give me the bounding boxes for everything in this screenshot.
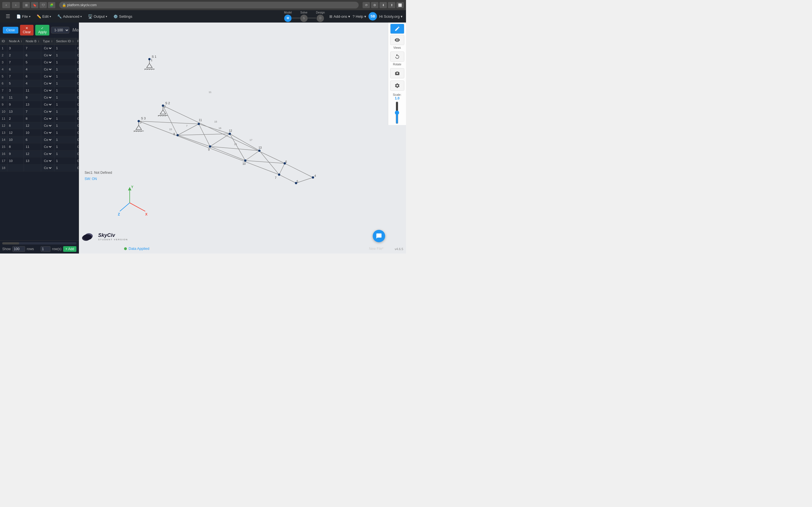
type-select[interactable]: Continuous bbox=[43, 53, 52, 57]
cell-input-1[interactable] bbox=[9, 68, 22, 71]
type-select[interactable]: Continuous bbox=[43, 46, 52, 50]
forward-button[interactable]: › bbox=[12, 2, 20, 8]
page-input[interactable] bbox=[41, 246, 50, 252]
maximize-icon[interactable]: ⬜ bbox=[396, 2, 404, 8]
cell-input-1[interactable] bbox=[9, 152, 22, 156]
cell-input-4[interactable] bbox=[56, 89, 73, 92]
cell-input-2[interactable] bbox=[26, 82, 39, 85]
cell-input-4[interactable] bbox=[56, 68, 73, 71]
cell-input-1[interactable] bbox=[9, 47, 22, 50]
cell-input-4[interactable] bbox=[56, 117, 73, 120]
cell-input-5[interactable] bbox=[77, 54, 79, 57]
chat-button[interactable] bbox=[373, 230, 385, 242]
cell-input-1[interactable] bbox=[9, 145, 22, 149]
cell-input-4[interactable] bbox=[56, 54, 73, 57]
cell-input-2[interactable] bbox=[26, 54, 39, 57]
clear-button[interactable]: ✕ Clear bbox=[20, 25, 34, 36]
url-bar[interactable]: 🔒 platform.skyciv.com bbox=[59, 2, 359, 8]
nav-settings[interactable]: ⚙️ Settings bbox=[110, 13, 135, 20]
cell-input-5[interactable] bbox=[77, 152, 79, 156]
cell-input-2[interactable] bbox=[26, 152, 39, 156]
cell-input-2[interactable] bbox=[26, 47, 39, 50]
type-select[interactable]: Continuous bbox=[43, 131, 52, 135]
cell-input-1[interactable] bbox=[9, 61, 22, 64]
cell-input-5[interactable] bbox=[77, 166, 79, 170]
cell-input-5[interactable] bbox=[77, 82, 79, 85]
cell-input-4[interactable] bbox=[56, 61, 73, 64]
cell-input-4[interactable] bbox=[56, 145, 73, 149]
type-select[interactable]: Continuous bbox=[43, 89, 52, 93]
nav-output[interactable]: 🖥️ Output ▾ bbox=[85, 13, 110, 20]
cell-input-1[interactable] bbox=[9, 89, 22, 92]
rows-count-input[interactable] bbox=[12, 246, 25, 252]
workflow-model[interactable]: Model M bbox=[284, 11, 292, 22]
type-select[interactable]: Continuous bbox=[43, 110, 52, 114]
cell-input-5[interactable] bbox=[77, 124, 79, 127]
cell-input-5[interactable] bbox=[77, 89, 79, 92]
cell-input-1[interactable] bbox=[9, 103, 22, 106]
cell-input-5[interactable] bbox=[77, 75, 79, 78]
cell-input-2[interactable] bbox=[26, 103, 39, 106]
type-select[interactable]: Continuous bbox=[43, 67, 52, 71]
add-row-button[interactable]: + Add bbox=[63, 246, 77, 252]
type-select[interactable]: Continuous bbox=[43, 159, 52, 163]
cell-input-5[interactable] bbox=[77, 131, 79, 134]
user-name-button[interactable]: Hi Scioly.org ▾ bbox=[379, 14, 403, 18]
cell-input-5[interactable] bbox=[77, 103, 79, 106]
workflow-solve[interactable]: Solve S bbox=[300, 11, 308, 22]
cell-input-4[interactable] bbox=[56, 75, 73, 78]
cell-input-4[interactable] bbox=[56, 131, 73, 134]
cell-input-1[interactable] bbox=[9, 166, 22, 170]
type-select[interactable]: Continuous bbox=[43, 103, 52, 107]
hamburger-menu[interactable]: ☰ bbox=[3, 12, 12, 20]
type-select[interactable]: Continuous bbox=[43, 81, 52, 86]
type-select[interactable]: Continuous bbox=[43, 96, 52, 100]
close-button[interactable]: Close bbox=[3, 27, 18, 34]
cell-input-1[interactable] bbox=[9, 110, 22, 113]
view-tool-button[interactable] bbox=[390, 35, 404, 45]
cell-input-4[interactable] bbox=[56, 110, 73, 113]
cell-input-4[interactable] bbox=[56, 138, 73, 142]
cell-input-4[interactable] bbox=[56, 166, 73, 170]
cell-input-2[interactable] bbox=[26, 145, 39, 149]
help-button[interactable]: ? Help ▾ bbox=[352, 14, 366, 18]
cell-input-4[interactable] bbox=[56, 103, 73, 106]
cell-input-1[interactable] bbox=[9, 54, 22, 57]
cell-input-2[interactable] bbox=[26, 68, 39, 71]
cell-input-1[interactable] bbox=[9, 131, 22, 134]
apply-button[interactable]: ✓ Apply bbox=[35, 25, 49, 36]
cell-input-1[interactable] bbox=[9, 159, 22, 163]
cell-input-1[interactable] bbox=[9, 96, 22, 99]
edit-tool-button[interactable] bbox=[390, 24, 404, 34]
cell-input-1[interactable] bbox=[9, 124, 22, 127]
cell-input-2[interactable] bbox=[26, 75, 39, 78]
nav-edit[interactable]: ✏️ Edit ▾ bbox=[34, 13, 54, 20]
cell-input-4[interactable] bbox=[56, 152, 73, 156]
cell-input-5[interactable] bbox=[77, 68, 79, 71]
members-table[interactable]: ID Node A ℹ Node B ℹ Type ℹ Section ID ℹ… bbox=[0, 38, 79, 240]
scrollbar-thumb[interactable] bbox=[2, 242, 19, 244]
cell-input-4[interactable] bbox=[56, 47, 73, 50]
cell-input-2[interactable] bbox=[26, 138, 39, 142]
type-select[interactable]: Continuous bbox=[43, 60, 52, 64]
cell-input-2[interactable] bbox=[26, 159, 39, 163]
nav-file[interactable]: 📄 File ▾ bbox=[13, 13, 33, 20]
cell-input-1[interactable] bbox=[9, 138, 22, 142]
addons-button[interactable]: ⊞ Add-ons ▾ bbox=[329, 14, 350, 18]
cell-input-5[interactable] bbox=[77, 138, 79, 142]
back-button[interactable]: ‹ bbox=[2, 2, 10, 8]
type-select[interactable]: Continuous bbox=[43, 117, 52, 121]
horizontal-scrollbar[interactable] bbox=[2, 242, 77, 244]
cell-input-5[interactable] bbox=[77, 47, 79, 50]
type-select[interactable]: Continuous bbox=[43, 74, 52, 78]
cell-input-1[interactable] bbox=[9, 75, 22, 78]
cell-input-2[interactable] bbox=[26, 61, 39, 64]
cell-input-5[interactable] bbox=[77, 159, 79, 163]
cell-input-5[interactable] bbox=[77, 96, 79, 99]
share-icon[interactable]: ⬆ bbox=[388, 2, 395, 8]
type-select[interactable]: Continuous bbox=[43, 152, 52, 156]
type-select[interactable]: Continuous bbox=[43, 166, 52, 170]
cell-input-2[interactable] bbox=[26, 166, 39, 170]
cell-input-2[interactable] bbox=[26, 117, 39, 120]
cell-input-4[interactable] bbox=[56, 159, 73, 163]
